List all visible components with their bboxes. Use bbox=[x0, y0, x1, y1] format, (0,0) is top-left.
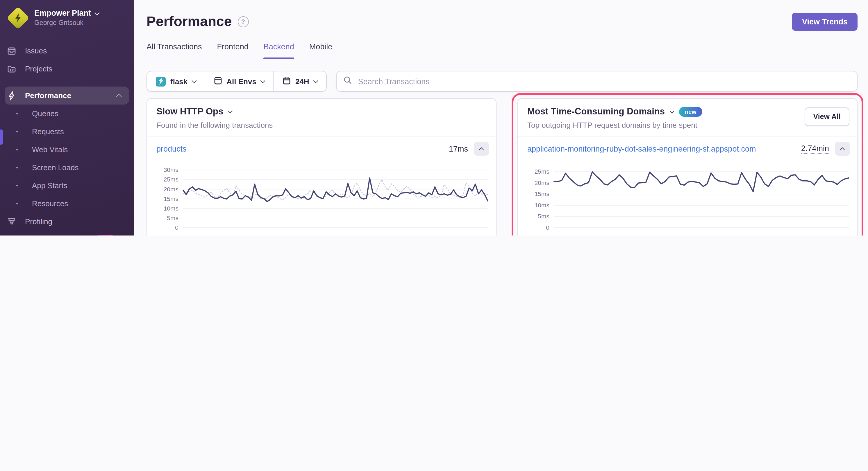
main-content: Performance ? View Trends All Transactio… bbox=[134, 0, 868, 236]
sidebar-item-app-starts[interactable]: App Starts bbox=[0, 176, 134, 195]
filter-segmented-control: flask All Envs 24H bbox=[147, 71, 327, 92]
org-logo-icon bbox=[8, 8, 28, 28]
svg-text:20ms: 20ms bbox=[164, 186, 179, 193]
sidebar-item-requests[interactable]: Requests bbox=[0, 123, 134, 140]
svg-text:25ms: 25ms bbox=[164, 176, 179, 183]
bullet-icon bbox=[16, 203, 18, 204]
domain-link[interactable]: application-monitoring-ruby-dot-sales-en… bbox=[527, 144, 756, 153]
sidebar-item-resources[interactable]: Resources bbox=[0, 195, 134, 212]
slow-http-chart: 30ms25ms20ms15ms10ms5ms0 bbox=[155, 163, 489, 233]
duration-value: 17ms bbox=[449, 144, 468, 153]
time-range-filter[interactable]: 24H bbox=[273, 71, 326, 91]
project-filter[interactable]: flask bbox=[147, 71, 204, 91]
chevron-down-icon bbox=[260, 78, 265, 83]
view-all-button[interactable]: View All bbox=[805, 107, 850, 126]
search-input[interactable] bbox=[357, 76, 850, 86]
environment-icon bbox=[214, 76, 222, 86]
svg-text:15ms: 15ms bbox=[534, 191, 549, 197]
sidebar-item-label: Issues bbox=[25, 46, 47, 55]
chevron-down-icon bbox=[670, 108, 674, 113]
svg-text:20ms: 20ms bbox=[534, 179, 549, 186]
svg-text:0: 0 bbox=[175, 224, 179, 231]
svg-text:30ms: 30ms bbox=[164, 166, 179, 173]
new-badge: new bbox=[679, 107, 702, 116]
svg-text:25ms: 25ms bbox=[534, 168, 549, 175]
sidebar-item-label: Projects bbox=[25, 64, 52, 73]
svg-text:5ms: 5ms bbox=[538, 213, 549, 220]
app-window: Empower Plant George Gritsouk Issues Pro… bbox=[0, 0, 868, 236]
tab-all-transactions[interactable]: All Transactions bbox=[147, 42, 202, 59]
bullet-icon bbox=[16, 113, 18, 114]
card-title[interactable]: Most Time-Consuming Domains bbox=[527, 106, 665, 117]
performance-icon bbox=[7, 91, 16, 100]
sidebar-item-web-vitals[interactable]: Web Vitals bbox=[0, 140, 134, 159]
slow-http-ops-card: Slow HTTP Ops Found in the following tra… bbox=[147, 98, 496, 236]
sidebar-item-performance[interactable]: Performance bbox=[5, 87, 129, 105]
most-time-consuming-domains-card: Most Time-Consuming Domains new Top outg… bbox=[518, 98, 858, 236]
page-help-icon[interactable]: ? bbox=[238, 16, 249, 27]
projects-icon bbox=[7, 64, 16, 73]
svg-text:10ms: 10ms bbox=[534, 202, 549, 208]
tab-mobile[interactable]: Mobile bbox=[309, 42, 333, 59]
collapse-toggle-button[interactable] bbox=[474, 142, 489, 156]
chevron-up-icon bbox=[116, 94, 122, 99]
search-bar bbox=[336, 71, 858, 92]
metrics-icon bbox=[7, 235, 16, 236]
sidebar-nav: Issues Projects Performance Queries Requ… bbox=[0, 42, 134, 236]
profiling-icon bbox=[7, 217, 16, 226]
svg-text:0: 0 bbox=[546, 224, 549, 231]
sidebar-item-queries[interactable]: Queries bbox=[0, 105, 134, 123]
duration-value: 2.74min bbox=[801, 144, 829, 154]
issues-icon bbox=[7, 46, 16, 56]
bullet-icon bbox=[16, 185, 18, 187]
transaction-row-products: products 17ms bbox=[147, 136, 496, 161]
view-trends-button[interactable]: View Trends bbox=[792, 12, 858, 31]
card-subtitle: Found in the following transactions bbox=[156, 121, 487, 130]
search-icon bbox=[344, 76, 352, 87]
beta-badge: beta bbox=[94, 235, 116, 236]
org-switcher[interactable]: Empower Plant George Gritsouk bbox=[0, 0, 134, 34]
products-link[interactable]: products bbox=[156, 144, 187, 153]
tab-frontend[interactable]: Frontend bbox=[217, 42, 249, 59]
environment-filter[interactable]: All Envs bbox=[204, 71, 273, 91]
sidebar-item-label: Performance bbox=[25, 91, 71, 100]
svg-text:5ms: 5ms bbox=[167, 214, 179, 221]
page-title: Performance bbox=[147, 13, 232, 30]
card-title[interactable]: Slow HTTP Ops bbox=[156, 106, 223, 117]
chevron-down-icon bbox=[192, 78, 196, 83]
sidebar-item-issues[interactable]: Issues bbox=[0, 42, 134, 60]
card-subtitle: Top outgoing HTTP request domains by tim… bbox=[527, 121, 848, 130]
flask-project-icon bbox=[156, 76, 166, 86]
bullet-icon bbox=[16, 149, 18, 150]
org-name: Empower Plant bbox=[34, 9, 91, 18]
domains-chart: 25ms20ms15ms10ms5ms0 bbox=[526, 163, 850, 233]
sidebar: Empower Plant George Gritsouk Issues Pro… bbox=[0, 0, 134, 236]
tab-bar: All Transactions Frontend Backend Mobile bbox=[147, 42, 858, 59]
bullet-icon bbox=[16, 167, 18, 168]
sidebar-item-profiling[interactable]: Profiling bbox=[0, 212, 134, 231]
sidebar-item-metrics[interactable]: Metrics beta bbox=[0, 231, 134, 236]
active-nav-indicator bbox=[0, 130, 3, 145]
bullet-icon bbox=[16, 131, 18, 132]
chevron-down-icon bbox=[313, 78, 318, 83]
svg-text:10ms: 10ms bbox=[164, 205, 179, 212]
collapse-toggle-button[interactable] bbox=[835, 142, 850, 156]
svg-text:15ms: 15ms bbox=[164, 195, 179, 202]
chevron-down-icon bbox=[228, 108, 233, 113]
sidebar-item-projects[interactable]: Projects bbox=[0, 60, 134, 78]
org-user: George Gritsouk bbox=[34, 19, 98, 27]
chevron-down-icon bbox=[94, 10, 99, 15]
sidebar-item-screen-loads[interactable]: Screen Loads bbox=[0, 159, 134, 176]
tab-backend[interactable]: Backend bbox=[264, 42, 294, 59]
domain-row: application-monitoring-ruby-dot-sales-en… bbox=[518, 136, 857, 161]
calendar-icon bbox=[283, 76, 291, 86]
